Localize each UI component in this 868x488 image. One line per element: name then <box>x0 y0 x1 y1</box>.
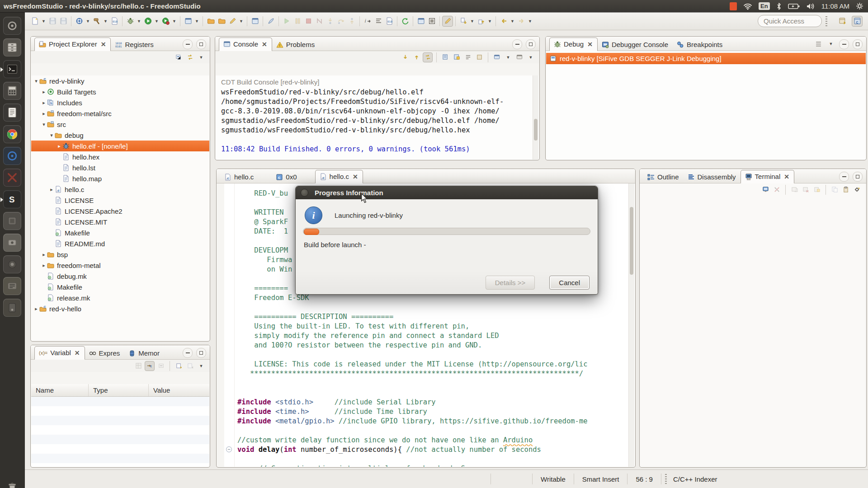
tree-item-license-mit[interactable]: LICENSE.MIT <box>31 216 209 227</box>
close-tab-icon[interactable]: ✕ <box>75 349 80 357</box>
maximize-button[interactable] <box>526 39 536 49</box>
clock[interactable]: 11:08 AM <box>821 2 849 10</box>
quick-access-input[interactable]: Quick Access <box>758 15 822 27</box>
tab-editor-hello-c-1[interactable]: .c hello.c <box>220 171 258 183</box>
step-over-button[interactable] <box>335 16 346 27</box>
column-value[interactable]: Value <box>149 384 209 396</box>
run-button[interactable] <box>142 16 153 27</box>
external-dropdown-icon[interactable]: ▼ <box>171 16 178 27</box>
tree-collapsed-icon[interactable]: ▸ <box>41 100 47 106</box>
tree-collapsed-icon[interactable]: ▸ <box>33 306 39 312</box>
column-type[interactable]: Type <box>89 384 149 396</box>
display-console-dropdown[interactable]: ▼ <box>503 52 513 62</box>
tree-collapsed-icon[interactable]: ▸ <box>48 187 55 192</box>
new-dropdown-icon[interactable]: ▼ <box>40 16 47 27</box>
tree-item-license-apache2[interactable]: LICENSE.Apache2 <box>31 206 209 216</box>
console-view-button[interactable] <box>250 16 260 27</box>
prev-dropdown-icon[interactable]: ▼ <box>486 16 493 27</box>
tree-item-red-v-blinky[interactable]: ▾Cred-v-blinky <box>31 75 209 86</box>
close-tab-icon[interactable]: ✕ <box>262 41 267 48</box>
save-all-button[interactable] <box>58 16 69 27</box>
tree-item-debug[interactable]: ▾debug <box>31 130 209 141</box>
open-folder-button[interactable] <box>205 16 216 27</box>
tab-outline[interactable]: Outline <box>643 171 684 183</box>
tree-item-hello-hex[interactable]: hello.hex <box>31 151 209 162</box>
tree-item-build-targets[interactable]: ▸Build Targets <box>31 86 209 97</box>
dock-item-files[interactable] <box>3 38 21 56</box>
tree-collapsed-icon[interactable]: ▸ <box>41 111 47 117</box>
dock-item-chrome[interactable] <box>3 125 21 143</box>
tree-collapsed-icon[interactable]: ▸ <box>56 143 62 149</box>
tree-item-red-v-hello[interactable]: ▸Cred-v-hello <box>31 303 209 314</box>
open-terminal-button[interactable] <box>760 185 770 195</box>
show-on-stdout-button[interactable] <box>400 52 410 62</box>
editor-scrollbar[interactable] <box>628 183 634 467</box>
maximize-button[interactable] <box>196 39 206 49</box>
tab-disassembly[interactable]: Disassembly <box>684 171 741 183</box>
debug-view-menu-button[interactable]: ▼ <box>826 39 835 48</box>
paste-button[interactable] <box>841 185 851 195</box>
dock-item-calculator[interactable] <box>3 82 21 100</box>
column-name[interactable]: Name <box>31 384 89 396</box>
language-indicator[interactable]: En <box>759 2 770 10</box>
dock-item-terminal[interactable] <box>3 60 21 78</box>
fold-collapse-icon[interactable]: − <box>226 446 232 452</box>
scroll-lock-button[interactable] <box>452 52 462 62</box>
build-button[interactable] <box>91 16 102 27</box>
disconnect-terminal-button[interactable] <box>772 185 782 195</box>
tree-item-makefile[interactable]: Makefile <box>31 282 209 292</box>
build-binary-button[interactable]: 010 <box>109 16 120 27</box>
clear-console-button[interactable] <box>440 52 450 62</box>
instruction-stepping-button[interactable]: i <box>362 16 373 27</box>
save-button[interactable] <box>47 16 58 27</box>
maximize-button[interactable] <box>853 39 863 49</box>
dock-item-app-gray-1[interactable] <box>3 212 21 230</box>
dock-item-media-player[interactable] <box>3 147 21 165</box>
remove-terminal-button[interactable] <box>801 185 811 195</box>
tab-registers[interactable]: 10100101 Registers <box>111 38 158 51</box>
new-folder-button[interactable] <box>216 16 227 27</box>
tab-breakpoints[interactable]: Breakpoints <box>673 38 727 51</box>
prev-annotation-button[interactable] <box>476 16 486 27</box>
dock-item-trash[interactable] <box>3 479 21 488</box>
resume-button[interactable] <box>281 16 292 27</box>
debug-config-button[interactable] <box>125 16 136 27</box>
tree-collapsed-icon[interactable]: ▸ <box>41 89 47 95</box>
dialog-title-bar[interactable]: Progress Information <box>296 186 598 199</box>
tree-expanded-icon[interactable]: ▾ <box>41 122 47 127</box>
pin-console-button[interactable] <box>415 16 426 27</box>
tab-problems[interactable]: ! Problems <box>272 38 319 51</box>
volume-icon[interactable] <box>806 2 815 11</box>
minimize-button[interactable] <box>839 39 849 49</box>
minimize-button[interactable] <box>839 172 849 182</box>
tab-editor-0x0[interactable]: c 0x0 <box>272 171 301 183</box>
open-perspective-button[interactable] <box>837 16 848 27</box>
pin-button[interactable] <box>474 52 484 62</box>
open-console-dropdown[interactable]: ▼ <box>526 52 536 62</box>
maximize-button[interactable] <box>853 172 863 182</box>
minimize-button[interactable] <box>512 39 522 49</box>
tree-item-includes[interactable]: ▸hIncludes <box>31 97 209 108</box>
tab-debugger-console[interactable]: Debugger Console <box>598 38 673 51</box>
console-scrollbar[interactable] <box>533 75 538 160</box>
minimize-button[interactable] <box>183 39 193 49</box>
run-dropdown-icon[interactable]: ▼ <box>153 16 160 27</box>
back-button[interactable] <box>498 16 509 27</box>
session-gear-icon[interactable] <box>856 2 863 11</box>
pin-console-button[interactable] <box>423 52 433 62</box>
close-tab-icon[interactable]: ✕ <box>353 173 358 180</box>
dock-item-app-gray-4[interactable] <box>3 277 21 295</box>
terminal-settings-button[interactable] <box>852 185 862 195</box>
feather-button[interactable] <box>265 16 276 27</box>
collapse-all-button[interactable] <box>174 52 184 62</box>
show-on-stderr-button[interactable] <box>411 52 421 62</box>
scroll-lock-terminal-button[interactable] <box>812 185 822 195</box>
tree-item-freedom-metal-src[interactable]: ▸freedom-metal/src <box>31 108 209 119</box>
pencil-dropdown-icon[interactable]: ▼ <box>238 16 245 27</box>
wifi-icon[interactable] <box>743 2 752 11</box>
tree-collapsed-icon[interactable]: ▸ <box>41 252 47 258</box>
dock-item-image-editor[interactable] <box>3 169 21 187</box>
export-button[interactable] <box>185 361 195 371</box>
details-button[interactable]: Details >> <box>486 276 535 290</box>
tree-collapsed-icon[interactable]: ▸ <box>41 263 47 268</box>
